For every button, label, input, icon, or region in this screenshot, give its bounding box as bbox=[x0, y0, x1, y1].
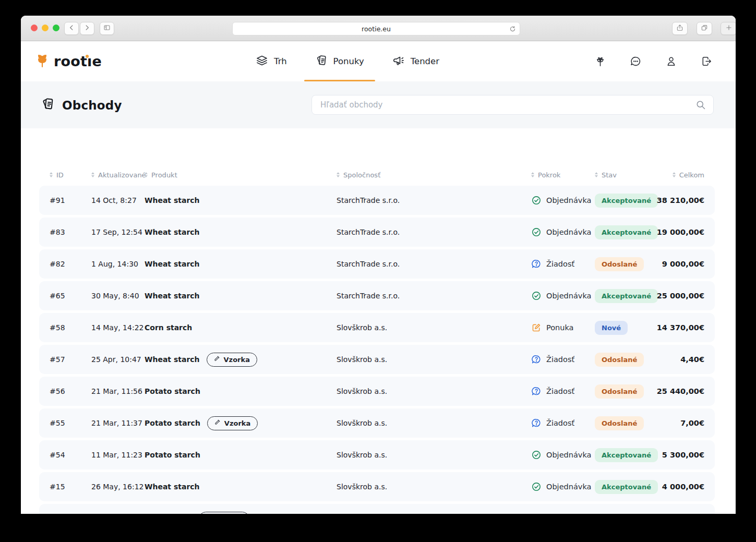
share-button[interactable] bbox=[672, 22, 688, 35]
deal-product-cell: Wheat starch bbox=[145, 483, 337, 491]
table-row[interactable]: #83 17 Sep, 12:54 Wheat starch StarchTra… bbox=[39, 218, 715, 247]
status-badge: Akceptované bbox=[595, 480, 658, 494]
deal-updated: 17 Sep, 12:54 bbox=[91, 228, 145, 236]
question-bubble-icon bbox=[531, 259, 542, 269]
magnifier-icon[interactable] bbox=[695, 100, 706, 110]
sample-button[interactable]: Vzorka bbox=[207, 353, 257, 367]
brand-logo[interactable]: rootıe bbox=[33, 51, 102, 71]
search-input[interactable] bbox=[312, 100, 695, 110]
sidebar-toggle-button[interactable] bbox=[100, 22, 114, 35]
wheat-icon bbox=[33, 51, 51, 71]
deal-progress-label: Ponuka bbox=[546, 323, 574, 332]
table-row[interactable]: #82 1 Aug, 14:30 Wheat starch StarchTrad… bbox=[39, 249, 715, 279]
deal-progress: Objednávka bbox=[531, 195, 595, 206]
table-row[interactable]: #65 30 May, 8:40 Wheat starch StarchTrad… bbox=[39, 281, 715, 310]
column-header-total[interactable]: Celkom bbox=[655, 171, 715, 179]
check-circle-icon bbox=[531, 195, 542, 206]
table-row[interactable]: #15 26 May, 16:12 Wheat starch Slovškrob… bbox=[39, 472, 715, 501]
nav-item-tender[interactable]: Tender bbox=[392, 41, 439, 81]
table-row[interactable]: #57 25 Apr, 10:47 Wheat starch Vzorka Sl… bbox=[39, 345, 715, 374]
share-icon bbox=[676, 24, 683, 33]
cards-icon bbox=[315, 54, 328, 69]
deal-id: #83 bbox=[50, 228, 91, 236]
new-tab-button[interactable] bbox=[721, 22, 736, 35]
sample-button[interactable]: Vzorka bbox=[207, 416, 258, 430]
status-badge: Odoslané bbox=[595, 416, 644, 430]
minimize-button[interactable] bbox=[42, 25, 49, 31]
deal-status-cell: Odoslané bbox=[595, 257, 655, 271]
deal-product: Wheat starch bbox=[145, 260, 200, 268]
nav-item-ponuky[interactable]: Ponuky bbox=[315, 41, 364, 81]
column-header-product[interactable]: Produkt bbox=[145, 171, 337, 179]
deal-product: Wheat starch bbox=[145, 196, 200, 204]
deal-product: Potato starch bbox=[145, 451, 200, 459]
chat-icon bbox=[630, 55, 642, 67]
logout-icon bbox=[701, 55, 713, 67]
deal-progress-label: Žiadosť bbox=[546, 355, 574, 364]
deal-progress: Ponuka bbox=[531, 322, 595, 333]
table-row[interactable]: #54 11 Mar, 11:23 Potato starch Slovškro… bbox=[39, 440, 715, 469]
deal-updated: 21 Mar, 11:56 bbox=[91, 387, 145, 395]
deal-id: #55 bbox=[50, 419, 91, 427]
deal-progress: Objednávka bbox=[531, 450, 595, 460]
deal-product: Wheat starch bbox=[145, 292, 200, 300]
forward-button[interactable] bbox=[80, 22, 94, 35]
deal-id: #82 bbox=[50, 260, 91, 268]
deal-progress-label: Objednávka bbox=[546, 483, 591, 491]
check-circle-icon bbox=[531, 291, 542, 301]
deal-progress-label: Žiadosť bbox=[546, 387, 574, 395]
column-header-id[interactable]: ID bbox=[50, 171, 91, 179]
deal-product-cell: Corn starch bbox=[145, 323, 337, 332]
deal-company: Slovškrob a.s. bbox=[337, 451, 531, 459]
deal-status-cell: Akceptované bbox=[595, 448, 655, 462]
status-badge: Akceptované bbox=[595, 225, 658, 239]
deal-updated: 1 Aug, 14:30 bbox=[91, 260, 145, 268]
new-tab-plus-icon bbox=[725, 24, 733, 33]
cards-icon bbox=[41, 97, 55, 113]
table-header-row: ID Aktualizované Produkt Spoločnosť Pokr… bbox=[39, 170, 715, 179]
status-badge: Odoslané bbox=[595, 384, 644, 399]
check-circle-icon bbox=[531, 481, 542, 492]
test-tube-icon bbox=[213, 419, 221, 428]
table-row[interactable]: #91 14 Oct, 8:27 Wheat starch StarchTrad… bbox=[39, 186, 715, 215]
back-button[interactable] bbox=[64, 22, 79, 35]
refresh-icon[interactable] bbox=[509, 26, 516, 32]
sample-button[interactable]: Vzorka bbox=[199, 512, 249, 514]
deal-progress-label: Žiadosť bbox=[546, 419, 574, 427]
user-icon bbox=[665, 55, 677, 67]
table-row[interactable]: #56 21 Mar, 11:56 Potato starch Slovškro… bbox=[39, 377, 715, 406]
logout-button[interactable] bbox=[701, 55, 713, 67]
close-button[interactable] bbox=[31, 25, 38, 31]
deal-total: 14 370,00€ bbox=[655, 323, 715, 332]
deal-progress: Objednávka bbox=[531, 227, 595, 237]
deal-progress: Objednávka bbox=[531, 291, 595, 301]
column-header-updated[interactable]: Aktualizované bbox=[91, 171, 145, 179]
sprout-button[interactable] bbox=[594, 55, 606, 67]
zoom-button[interactable] bbox=[53, 25, 59, 31]
tabs-overview-button[interactable] bbox=[697, 22, 712, 35]
sort-icon bbox=[595, 172, 598, 178]
status-badge: Akceptované bbox=[595, 289, 658, 303]
table-row[interactable]: #55 21 Mar, 11:37 Potato starch Vzorka S… bbox=[39, 408, 715, 438]
deal-progress: Žiadosť bbox=[531, 418, 595, 428]
status-badge: Nové bbox=[595, 321, 628, 335]
deal-product-cell: Wheat starch bbox=[145, 228, 337, 236]
table-row[interactable]: #58 14 May, 14:22 Corn starch Slovškrob … bbox=[39, 313, 715, 342]
deal-product-cell: Potato starch bbox=[145, 451, 337, 459]
table-row[interactable]: Vzorka bbox=[39, 504, 715, 514]
nav-item-trh[interactable]: Trh bbox=[256, 41, 287, 81]
deal-progress-label: Žiadosť bbox=[546, 260, 574, 268]
user-button[interactable] bbox=[665, 55, 677, 67]
deal-total: 9 000,00€ bbox=[655, 260, 715, 268]
deal-updated: 25 Apr, 10:47 bbox=[91, 355, 145, 364]
deal-updated: 14 May, 14:22 bbox=[91, 323, 145, 332]
deal-progress-label: Objednávka bbox=[546, 292, 591, 300]
column-header-company[interactable]: Spoločnosť bbox=[337, 171, 531, 179]
column-header-progress[interactable]: Pokrok bbox=[531, 171, 595, 179]
column-header-status[interactable]: Stav bbox=[595, 171, 655, 179]
nav-label: Tender bbox=[411, 56, 439, 66]
deal-company: Slovškrob a.s. bbox=[337, 355, 531, 364]
chat-button[interactable] bbox=[630, 55, 642, 67]
sprout-icon bbox=[594, 55, 606, 67]
url-field[interactable]: rootie.eu bbox=[232, 22, 520, 35]
